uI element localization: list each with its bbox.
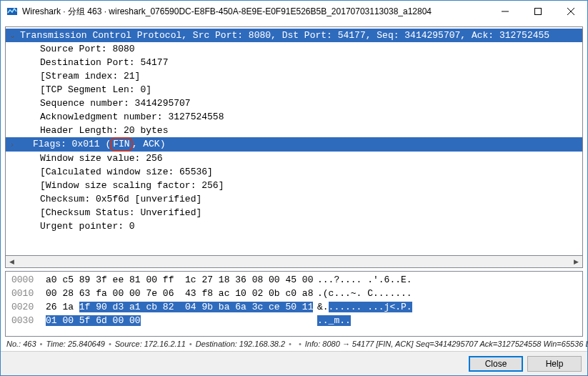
tree-row[interactable]: Header Length: 20 bytes <box>6 124 582 137</box>
tree-row[interactable]: Urgent pointer: 0 <box>6 219 582 233</box>
tree-row-text: Window size value: 256 <box>39 152 164 165</box>
tree-row[interactable]: ›Flags: 0x011 (FIN, ACK) <box>6 137 582 152</box>
tree-row-text: Flags: 0x011 (FIN, ACK) <box>31 137 574 152</box>
title-bar: Wireshark · 分组 463 · wireshark_076590DC-… <box>1 1 587 22</box>
tree-row[interactable]: [TCP Segment Len: 0] <box>6 83 582 97</box>
window-title: Wireshark · 分组 463 · wireshark_076590DC-… <box>22 6 489 18</box>
hex-ascii: .(c...~. C....... <box>317 287 412 300</box>
horizontal-scrollbar[interactable]: ◀ ▶ <box>5 256 583 268</box>
tree-row[interactable]: ⌄Transmission Control Protocol, Src Port… <box>6 29 582 42</box>
hex-offset: 0030 <box>11 314 46 327</box>
close-button[interactable]: Close <box>469 356 523 372</box>
tree-row-text: Acknowledgment number: 3127524558 <box>39 110 225 124</box>
hex-offset: 0020 <box>11 300 46 314</box>
hex-bytes: a0 c5 89 3f ee 81 00 ff 1c 27 18 36 08 0… <box>46 273 317 287</box>
hex-row[interactable]: 0000a0 c5 89 3f ee 81 00 ff 1c 27 18 36 … <box>11 273 579 287</box>
tree-row-text: Sequence number: 3414295707 <box>39 97 192 110</box>
hex-ascii: ...?.... .'.6..E. <box>317 273 412 287</box>
hex-row[interactable]: 002026 1a 1f 90 d3 a1 cb 82 04 9b ba 6a … <box>11 300 579 314</box>
packet-bytes-pane[interactable]: 0000a0 c5 89 3f ee 81 00 ff 1c 27 18 36 … <box>5 271 583 337</box>
tree-row-text: Urgent pointer: 0 <box>39 219 136 233</box>
status-info: Info: 8080 → 54177 [FIN, ACK] Seq=341429… <box>305 340 587 348</box>
status-time: Time: 25.840649 <box>46 340 104 348</box>
tree-row[interactable]: [Stream index: 21] <box>6 69 582 83</box>
tree-row-text: [Calculated window size: 65536] <box>39 165 214 179</box>
scroll-left-icon[interactable]: ◀ <box>6 256 18 267</box>
scroll-right-icon[interactable]: ▶ <box>570 256 582 267</box>
fin-flag-highlight: FIN <box>110 137 132 152</box>
maximize-button[interactable] <box>522 1 554 22</box>
status-destination: Destination: 192.168.38.2 <box>196 340 285 348</box>
tree-row[interactable]: [Window size scaling factor: 256] <box>6 179 582 192</box>
help-button[interactable]: Help <box>527 356 582 372</box>
tree-row-text: Transmission Control Protocol, Src Port:… <box>19 29 562 42</box>
window-controls <box>489 1 587 22</box>
hex-bytes: 00 28 63 fa 00 00 7e 06 43 f8 ac 10 02 0… <box>46 287 317 300</box>
tree-row[interactable]: Window size value: 256 <box>6 152 582 165</box>
tree-row-text: Destination Port: 54177 <box>39 56 169 69</box>
hex-bytes: 01 00 5f 6d 00 00 <box>46 314 317 327</box>
hex-ascii: &....... ...j<.P. <box>317 300 412 314</box>
tree-row[interactable]: Acknowledgment number: 3127524558 <box>6 110 582 124</box>
status-no: No.: 463 <box>6 340 36 348</box>
tree-row-text: [Window size scaling factor: 256] <box>39 179 225 192</box>
tree-row-text: Source Port: 8080 <box>39 42 136 56</box>
hex-bytes: 26 1a 1f 90 d3 a1 cb 82 04 9b ba 6a 3c c… <box>46 300 317 314</box>
tree-row-text: [Stream index: 21] <box>39 69 141 83</box>
tree-row-text: Header Length: 20 bytes <box>39 124 169 137</box>
tree-row-text: Checksum: 0x5f6d [unverified] <box>39 192 203 206</box>
status-bar: No.: 463• Time: 25.840649• Source: 172.1… <box>1 337 587 351</box>
app-icon <box>6 6 18 17</box>
hex-row[interactable]: 001000 28 63 fa 00 00 7e 06 43 f8 ac 10 … <box>11 287 579 300</box>
hex-row[interactable]: 003001 00 5f 6d 00 00.._m.. <box>11 314 579 327</box>
tree-row[interactable]: Checksum: 0x5f6d [unverified] <box>6 192 582 206</box>
tree-row[interactable]: [Checksum Status: Unverified] <box>6 206 582 219</box>
hex-offset: 0000 <box>11 273 46 287</box>
tree-row-text: [TCP Segment Len: 0] <box>39 83 153 97</box>
dialog-button-bar: Close Help <box>1 351 587 375</box>
packet-details-tree[interactable]: ⌄Transmission Control Protocol, Src Port… <box>5 26 583 256</box>
hex-ascii: .._m.. <box>317 314 351 327</box>
tree-row[interactable]: Source Port: 8080 <box>6 42 582 56</box>
minimize-button[interactable] <box>489 1 522 22</box>
tree-row[interactable]: [Calculated window size: 65536] <box>6 165 582 179</box>
svg-rect-2 <box>535 9 542 15</box>
close-window-button[interactable] <box>554 1 587 22</box>
tree-row[interactable]: Sequence number: 3414295707 <box>6 97 582 110</box>
tree-row-text: [Checksum Status: Unverified] <box>39 206 203 219</box>
tree-row[interactable]: Destination Port: 54177 <box>6 56 582 69</box>
status-source: Source: 172.16.2.11 <box>115 340 186 348</box>
hex-offset: 0010 <box>11 287 46 300</box>
chevron-right-icon[interactable]: › <box>6 138 19 152</box>
chevron-down-icon[interactable]: ⌄ <box>6 29 19 42</box>
